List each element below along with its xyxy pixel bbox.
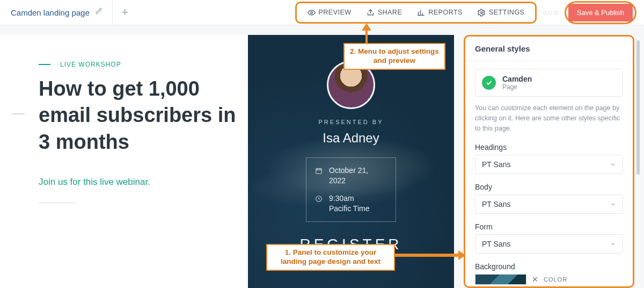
chevron-down-icon [610,201,616,207]
selected-element-type: Page [502,83,532,91]
preview-label: PREVIEW [319,9,352,16]
event-date: October 21, 2022 [329,165,387,186]
add-tab-button[interactable]: + [113,5,137,19]
headings-font-value: PT Sans [482,160,510,169]
chart-icon [417,9,425,17]
chevron-down-icon [610,241,616,247]
bg-color-label[interactable]: COLOR [544,276,567,283]
share-icon [367,9,375,17]
body-font-value: PT Sans [482,200,510,208]
top-menu-group: PREVIEW SHARE REPORTS SETTINGS [295,2,537,24]
selected-element-card[interactable]: Camden Page [475,69,623,97]
top-menu-area: PREVIEW SHARE REPORTS SETTINGS ○○○ Save … [295,1,645,24]
styles-help-text: You can customize each element on the pa… [475,103,623,133]
headings-label: Headings [475,143,623,152]
form-label: Form [475,222,623,231]
chevron-down-icon [610,161,616,168]
gear-icon [478,9,486,17]
page-tab[interactable]: Camden landing page [0,0,113,25]
svg-point-0 [310,11,312,13]
save-highlight: Save & Publish [565,1,636,24]
kicker-text[interactable]: LIVE WORKSHOP [60,61,121,68]
page-tab-title: Camden landing page [11,8,90,17]
scrollbar[interactable] [636,40,640,175]
decor-dash [12,113,25,114]
remove-bg-button[interactable]: ✕ [532,275,538,284]
share-menu[interactable]: SHARE [359,5,410,20]
event-time: 9:30am Pacific Time [329,193,369,214]
save-publish-button[interactable]: Save & Publish [568,4,633,21]
background-row: ✕ COLOR [475,274,623,285]
divider [465,61,633,61]
divider [39,203,76,203]
form-font-value: PT Sans [482,240,510,248]
styles-panel-title: General styles [475,44,623,53]
top-bar: Camden landing page + PREVIEW SHARE REPO… [0,0,644,25]
presented-by-label[interactable]: PRESENTED BY [248,119,454,125]
headings-font-select[interactable]: PT Sans [475,155,623,174]
check-icon [482,76,496,90]
event-date-row: October 21, 2022 [315,165,387,186]
svg-rect-2 [316,169,322,174]
form-font-select[interactable]: PT Sans [475,234,623,254]
calendar-icon [315,167,323,175]
edit-icon[interactable] [95,8,103,17]
body-font-select[interactable]: PT Sans [475,195,623,214]
body-label: Body [475,183,623,191]
selected-element-name: Camden [502,75,532,83]
annotation-1: 1. Panel to customize your landing page … [266,244,395,271]
settings-menu[interactable]: SETTINGS [470,5,532,20]
reports-label: REPORTS [428,9,463,16]
event-time-row: 9:30am Pacific Time [315,193,387,214]
subline-text[interactable]: Join us for this live webinar. [39,177,248,188]
eye-icon [308,9,316,17]
editor-canvas-left[interactable]: LIVE WORKSHOP How to get 1,000 email sub… [0,35,248,288]
styles-panel: General styles Camden Page You can custo… [464,35,634,288]
share-label: SHARE [378,9,402,16]
kicker-dash [39,64,50,65]
annotation-arrow-right [395,254,459,257]
clock-icon [315,195,323,203]
right-panel-wrap: General styles Camden Page You can custo… [454,25,644,288]
preview-menu[interactable]: PREVIEW [300,5,359,20]
presenter-name[interactable]: Isa Adney [248,131,454,146]
more-icon[interactable]: ○○○ [537,8,564,17]
background-image-swatch[interactable] [475,274,526,285]
kicker-row: LIVE WORKSHOP [39,61,248,68]
svg-point-1 [481,11,483,13]
settings-label: SETTINGS [489,9,525,16]
annotation-2: 2. Menu to adjust settings and preview [343,43,445,70]
background-label: Background [475,262,623,271]
headline-text[interactable]: How to get 1,000 email subscribers in 3 … [39,76,248,155]
reports-menu[interactable]: REPORTS [409,5,470,20]
event-details-box[interactable]: October 21, 2022 9:30am Pacific Time [306,157,396,222]
